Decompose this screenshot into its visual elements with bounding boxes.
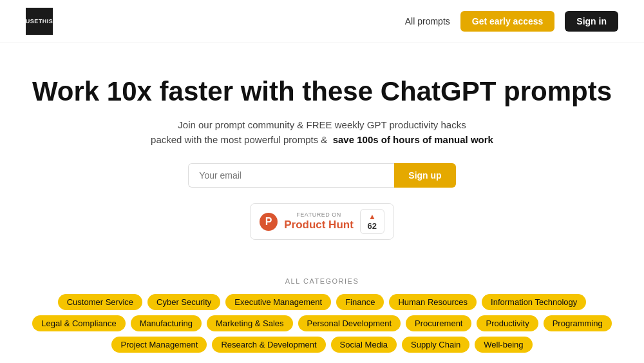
- category-tag[interactable]: Well-being: [475, 337, 532, 353]
- category-tag[interactable]: Customer Service: [58, 294, 142, 310]
- ph-text: FEATURED ON Product Hunt: [284, 211, 354, 231]
- category-tag[interactable]: Cyber Security: [147, 294, 220, 310]
- categories-section: ALL CATEGORIES Customer ServiceCyber Sec…: [0, 277, 644, 353]
- category-tag[interactable]: Research & Development: [212, 337, 325, 353]
- category-tag[interactable]: Procurement: [406, 315, 471, 331]
- category-tag[interactable]: Marketing & Sales: [207, 315, 293, 331]
- sign-in-button[interactable]: Sign in: [565, 11, 618, 32]
- email-input[interactable]: [188, 163, 394, 188]
- category-tag[interactable]: Manufacturing: [131, 315, 202, 331]
- hero-subtitle-2: packed with the most powerful prompts & …: [26, 134, 618, 145]
- product-hunt-badge[interactable]: P FEATURED ON Product Hunt ▲ 62: [250, 203, 394, 240]
- category-tag[interactable]: Supply Chain: [402, 337, 469, 353]
- categories-label: ALL CATEGORIES: [26, 277, 618, 285]
- nav-right: All prompts Get early access Sign in: [405, 11, 618, 32]
- category-tag[interactable]: Programming: [544, 315, 612, 331]
- all-prompts-link[interactable]: All prompts: [405, 16, 450, 26]
- category-tag[interactable]: Personal Development: [298, 315, 401, 331]
- category-tag[interactable]: Executive Management: [225, 294, 331, 310]
- ph-logo-icon: P: [260, 213, 278, 231]
- category-tag[interactable]: Human Resources: [389, 294, 477, 310]
- get-early-access-button[interactable]: Get early access: [460, 11, 555, 32]
- ph-upvote-count: 62: [368, 221, 377, 231]
- category-tag[interactable]: Legal & Compliance: [32, 315, 125, 331]
- category-tag[interactable]: Social Media: [331, 337, 397, 353]
- ph-name-label: Product Hunt: [284, 219, 354, 231]
- hero-section: Work 10x faster with these ChatGPT promp…: [0, 43, 644, 277]
- category-tag[interactable]: Finance: [336, 294, 384, 310]
- product-hunt-badge-wrap: P FEATURED ON Product Hunt ▲ 62: [26, 203, 618, 240]
- category-tag[interactable]: Information Technology: [482, 294, 586, 310]
- ph-arrow-icon: ▲: [368, 212, 376, 221]
- categories-tags: Customer ServiceCyber SecurityExecutive …: [26, 294, 618, 353]
- signup-button[interactable]: Sign up: [394, 163, 455, 188]
- email-form: Sign up: [26, 163, 618, 188]
- hero-subtitle-1: Join our prompt community & FREE weekly …: [26, 119, 618, 130]
- navbar: USE THIS All prompts Get early access Si…: [0, 0, 644, 43]
- category-tag[interactable]: Productivity: [477, 315, 538, 331]
- site-logo: USE THIS: [26, 8, 53, 35]
- ph-featured-on-label: FEATURED ON: [284, 211, 354, 219]
- hero-title: Work 10x faster with these ChatGPT promp…: [26, 75, 618, 108]
- category-tag[interactable]: Project Management: [111, 337, 207, 353]
- ph-upvote-box[interactable]: ▲ 62: [360, 209, 384, 234]
